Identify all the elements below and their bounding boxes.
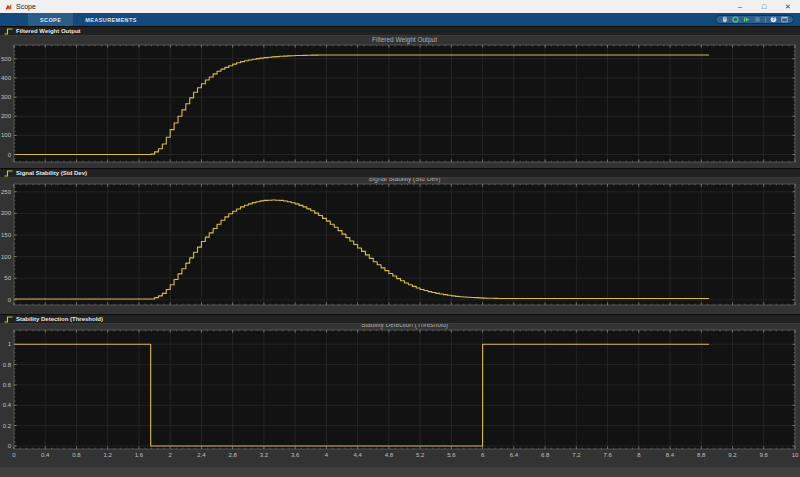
svg-text:9.2: 9.2 (728, 452, 737, 458)
svg-text:3.6: 3.6 (291, 452, 300, 458)
svg-text:150: 150 (1, 232, 12, 238)
window-title: Scope (16, 3, 36, 10)
svg-text:9.6: 9.6 (760, 452, 769, 458)
svg-text:8.4: 8.4 (666, 452, 675, 458)
signal-step-icon (4, 28, 13, 35)
pan-icon[interactable] (721, 16, 728, 23)
svg-text:0: 0 (8, 297, 12, 303)
signal-step-icon (4, 170, 13, 177)
svg-text:4.4: 4.4 (353, 452, 362, 458)
svg-text:1: 1 (8, 341, 12, 347)
svg-text:0.4: 0.4 (41, 452, 50, 458)
ribbon: SCOPE MEASUREMENTS ? (0, 13, 800, 26)
stop-icon[interactable] (754, 16, 761, 23)
toolbar-separator (765, 17, 766, 23)
svg-text:0.8: 0.8 (3, 362, 12, 368)
signal-header-label: Filtered Weight Output (16, 28, 81, 34)
svg-text:100: 100 (1, 254, 12, 260)
signal-header-label: Signal Stability (Std Dev) (16, 170, 87, 176)
svg-text:0: 0 (8, 443, 12, 449)
tab-scope[interactable]: SCOPE (28, 13, 73, 26)
svg-text:1.6: 1.6 (135, 452, 144, 458)
svg-text:3.2: 3.2 (260, 452, 269, 458)
matlab-icon (5, 3, 12, 10)
svg-text:300: 300 (1, 94, 12, 100)
quick-access-toolbar: ? (715, 15, 794, 24)
signal-step-icon (4, 316, 13, 323)
svg-text:8.8: 8.8 (697, 452, 706, 458)
svg-text:500: 500 (1, 56, 12, 62)
signal-header-signal-stability: Signal Stability (Std Dev) (0, 168, 800, 178)
chart-signal-stability[interactable]: 050100150200250Signal Stability (Std Dev… (0, 178, 800, 314)
svg-text:0.4: 0.4 (3, 402, 12, 408)
chart-filtered-weight-output[interactable]: 0100200300400500Filtered Weight Output (0, 36, 800, 168)
svg-text:200: 200 (1, 113, 12, 119)
svg-text:5.2: 5.2 (416, 452, 425, 458)
svg-text:2: 2 (169, 452, 173, 458)
svg-text:10: 10 (792, 452, 799, 458)
svg-text:6.4: 6.4 (510, 452, 519, 458)
help-icon[interactable]: ? (770, 16, 777, 23)
window-titlebar: Scope – □ ✕ (0, 0, 800, 13)
svg-text:1.2: 1.2 (104, 452, 113, 458)
svg-text:0.8: 0.8 (72, 452, 81, 458)
signal-header-stability-detection: Stability Detection (Threshold) (0, 314, 800, 324)
svg-text:Stability Detection (Threshold: Stability Detection (Threshold) (361, 324, 448, 329)
run-icon[interactable] (732, 16, 739, 23)
svg-text:6: 6 (481, 452, 485, 458)
svg-text:0.2: 0.2 (3, 423, 12, 429)
svg-text:2.4: 2.4 (197, 452, 206, 458)
svg-text:0: 0 (8, 152, 12, 158)
step-forward-icon[interactable] (743, 16, 750, 23)
dock-icon[interactable] (781, 16, 788, 23)
svg-text:0: 0 (12, 452, 16, 458)
svg-text:6.8: 6.8 (541, 452, 550, 458)
chart-stability-detection[interactable]: 00.20.40.60.8100.40.81.21.622.42.83.23.6… (0, 324, 800, 461)
svg-text:0.6: 0.6 (3, 382, 12, 388)
svg-text:4: 4 (325, 452, 329, 458)
svg-text:100: 100 (1, 132, 12, 138)
svg-text:7.2: 7.2 (572, 452, 581, 458)
svg-text:400: 400 (1, 75, 12, 81)
svg-text:5.6: 5.6 (447, 452, 456, 458)
svg-text:8: 8 (637, 452, 641, 458)
svg-text:Signal Stability (Std Dev): Signal Stability (Std Dev) (369, 178, 441, 183)
svg-text:7.6: 7.6 (603, 452, 612, 458)
svg-text:?: ? (772, 17, 775, 22)
status-bar (0, 467, 800, 477)
maximize-button[interactable]: □ (752, 0, 776, 13)
svg-text:Filtered Weight Output: Filtered Weight Output (372, 36, 437, 44)
svg-text:200: 200 (1, 210, 12, 216)
minimize-button[interactable]: – (728, 0, 752, 13)
close-button[interactable]: ✕ (776, 0, 800, 13)
signal-header-label: Stability Detection (Threshold) (16, 316, 103, 322)
signal-header-filtered-weight: Filtered Weight Output (0, 26, 800, 36)
scope-window: Scope – □ ✕ SCOPE MEASUREMENTS (0, 0, 800, 477)
svg-text:2.8: 2.8 (229, 452, 238, 458)
svg-text:4.8: 4.8 (385, 452, 394, 458)
svg-text:50: 50 (4, 275, 11, 281)
tab-measurements[interactable]: MEASUREMENTS (73, 13, 149, 26)
svg-text:250: 250 (1, 189, 12, 195)
